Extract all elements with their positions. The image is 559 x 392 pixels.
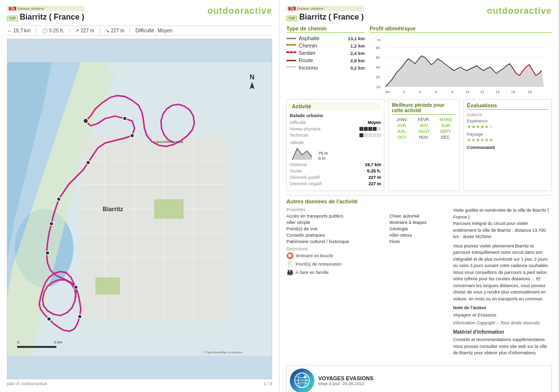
chemin-row: Chemin1,2 km xyxy=(286,43,365,49)
svg-point-23 xyxy=(47,317,51,321)
stat-distance: ↔ 19,7 km xyxy=(7,28,31,33)
autres-props-right-col: x Chien autoriséItinéraire à étapesGéolo… xyxy=(389,207,448,359)
meilleure-box: Meilleure période pour cette activité JA… xyxy=(388,99,459,191)
months-grid: JANV.FÉVR.MARSAVR.MAIJUINJUIL.AOÛTSEPT.O… xyxy=(392,117,456,140)
chemin-row: Inconnu0,2 km xyxy=(286,65,365,71)
prop-item-right: Aller-retour xyxy=(389,232,448,238)
distinctions-section: Distinctions ⭕Itinéraire en boucle🍴Point… xyxy=(286,246,384,276)
chemin-profil-row: Type de chemin Asphalte13,1 kmChemin1,2 … xyxy=(286,25,552,95)
distinction-item: 🍴Point(s) de restauration xyxy=(286,261,384,268)
svg-text:18: 18 xyxy=(528,90,532,94)
activite-title: Activité xyxy=(290,102,381,110)
badge-top: TOP xyxy=(7,16,18,21)
page2-badge-top: TOP xyxy=(286,16,297,21)
month-item: JANV. xyxy=(392,117,412,122)
month-item: MAI xyxy=(413,123,434,128)
prop-item-left: Point(s) de vue xyxy=(286,226,384,231)
month-item: FÉVR. xyxy=(413,117,434,122)
prop-item-left: Conseils pratiques xyxy=(286,232,384,238)
page1-top-left: TA Balade urbaine TOP Biarritz ( France … xyxy=(7,6,84,24)
meilleure-title: Meilleure période pour cette activité xyxy=(392,102,456,115)
autres-left: Propriétés Accès en transports publicsAl… xyxy=(286,207,384,359)
evaluations-title: Évaluations xyxy=(467,102,548,110)
activite-detail-row: Durée5:25 h. xyxy=(290,169,381,173)
page1-title: Biarritz ( France ) xyxy=(20,13,84,22)
svg-text:6: 6 xyxy=(435,90,437,94)
page1-brand: outdooractive xyxy=(207,6,272,16)
prop-item-left: Aller simple xyxy=(286,220,384,225)
page2-brand: outdooractive xyxy=(487,6,552,16)
svg-text:8: 8 xyxy=(452,90,454,94)
prop-item-right: Flore xyxy=(389,239,448,244)
profil-title: Profil altimétrique xyxy=(370,25,552,33)
page2-header: TA Balade urbaine TOP Biarritz ( France … xyxy=(286,6,552,24)
chemin-row: Route2,8 km xyxy=(286,57,365,63)
prop-item-right: Itinéraire à étapes xyxy=(389,220,448,225)
svg-point-19 xyxy=(50,221,53,225)
distinction-item: ⭕Itinéraire en boucle xyxy=(286,252,384,259)
page-2: TA Balade urbaine TOP Biarritz ( France … xyxy=(280,0,559,392)
chemin-row: Sentier2,4 km xyxy=(286,50,365,56)
voyages-logo xyxy=(290,368,314,392)
svg-text:4: 4 xyxy=(419,90,421,94)
month-item: OCT. xyxy=(392,135,412,140)
elevation-chart-svg: m 80 60 40 20 -20 km 2 4 6 xyxy=(370,35,552,94)
svg-text:10: 10 xyxy=(466,90,470,94)
chemin-list: Asphalte13,1 kmChemin1,2 kmSentier2,4 km… xyxy=(286,35,365,71)
note-section: Note de l'auteur Voyages et Evasions xyxy=(453,305,552,318)
chemin-row: Asphalte13,1 km xyxy=(286,35,365,41)
month-item: DÉC. xyxy=(435,135,456,140)
autres-title: Autres données de l'activité xyxy=(286,198,552,204)
technicite-row: Technicité xyxy=(290,133,381,138)
activite-detail-row: Dénivelé positif227 m xyxy=(290,175,381,180)
svg-point-17 xyxy=(86,161,90,165)
activite-detail-row: Distance19,7 km xyxy=(290,162,381,167)
page1-header: TA Balade urbaine TOP Biarritz ( France … xyxy=(7,6,272,24)
svg-rect-26 xyxy=(17,346,56,348)
auteurs-label: Auteurs xyxy=(467,112,548,117)
activite-row: Activité Balade urbaine Difficulté Moyen… xyxy=(286,99,552,191)
voyages-text: VOYAGES EVASIONS Mise à jour: 20.08.2022 xyxy=(318,375,373,386)
svg-text:20: 20 xyxy=(376,75,380,79)
materiel-text: Conseils et recommandations supplémentai… xyxy=(453,337,552,357)
svg-text:2 km: 2 km xyxy=(54,340,63,344)
svg-text:Larochefoucauld: Larochefoucauld xyxy=(154,140,183,144)
distinction-item: 👨‍👩‍👧À faire en famille xyxy=(286,269,384,276)
profil-section: Profil altimétrique m 80 60 40 20 -20 xyxy=(370,25,552,95)
page2-top-left: TA Balade urbaine TOP Biarritz ( France … xyxy=(286,6,364,24)
autres-cols: Propriétés Accès en transports publicsAl… xyxy=(286,207,552,359)
month-item: AVR. xyxy=(392,123,412,128)
right-content: Type de chemin Asphalte13,1 kmChemin1,2 … xyxy=(286,25,552,392)
prop-item-right: Chien autorisé xyxy=(389,213,448,219)
niveau-row: Niveau physique xyxy=(290,126,381,131)
svg-text:© OpenStreetMap contributors: © OpenStreetMap contributors xyxy=(203,351,243,354)
stat-descent: ↘ 227 m xyxy=(105,28,125,33)
autres-props-right: Chien autoriséItinéraire à étapesGéologi… xyxy=(389,213,448,244)
activite-details: Distance19,7 kmDurée5:25 h.Dénivelé posi… xyxy=(290,162,381,186)
month-item: MARS xyxy=(435,117,456,122)
month-item: JUIN xyxy=(435,123,456,128)
note-label: Note de l'auteur xyxy=(453,305,552,312)
footer-left-1: part of outdooractive xyxy=(7,381,47,386)
svg-point-14 xyxy=(83,119,88,123)
svg-text:16: 16 xyxy=(511,90,515,94)
svg-text:40: 40 xyxy=(376,66,380,69)
autres-right: Visite guidée et numérotée de la ville d… xyxy=(453,207,552,359)
technicite-dots xyxy=(359,133,381,137)
experience-stars: ★★★★★★ xyxy=(467,123,548,129)
autres-props-left: Accès en transports publicsAller simpleP… xyxy=(286,213,384,244)
voyages-globe-icon xyxy=(294,372,311,389)
svg-point-18 xyxy=(57,197,61,201)
svg-point-22 xyxy=(78,315,82,318)
voyages-date: Mise à jour: 20.08.2022 xyxy=(318,381,373,386)
materiel-title: Matériel d'information xyxy=(453,328,552,336)
svg-text:0: 0 xyxy=(17,340,20,344)
svg-text:14: 14 xyxy=(496,90,500,94)
experience-row: Expérience ★★★★★★ xyxy=(467,119,548,129)
page-1: TA Balade urbaine TOP Biarritz ( France … xyxy=(0,0,280,392)
prop-item-left: Patrimoine culturel / historique xyxy=(286,239,384,244)
stat-ascent: ↗ 227 m xyxy=(75,28,94,33)
svg-text:12: 12 xyxy=(481,90,484,94)
communaute-label: Communauté xyxy=(467,145,548,150)
svg-text:N: N xyxy=(250,73,254,81)
